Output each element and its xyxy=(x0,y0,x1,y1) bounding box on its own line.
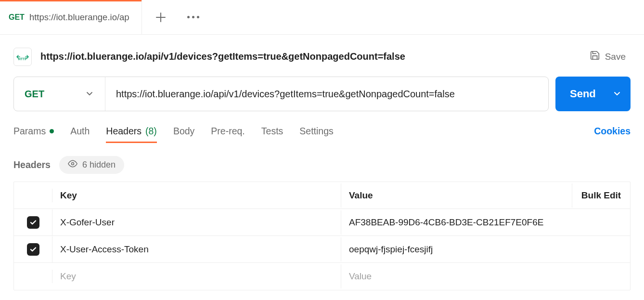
save-button[interactable]: Save xyxy=(585,47,631,66)
chevron-down-icon xyxy=(86,90,93,99)
method-label: GET xyxy=(25,89,44,100)
send-button[interactable]: Send xyxy=(555,77,631,111)
url-row: GET Send xyxy=(0,77,644,111)
new-tab-icon[interactable] xyxy=(155,12,166,23)
tab-body[interactable]: Body xyxy=(173,126,194,143)
row-value-placeholder[interactable]: Value xyxy=(341,264,572,288)
row-value[interactable]: AF38BEAB-99D6-4CB6-BD3E-CB21EF7E0F6E xyxy=(341,210,572,235)
request-title-row: HTTP https://iot.bluerange.io/api/v1/dev… xyxy=(0,35,644,77)
tab-settings[interactable]: Settings xyxy=(299,126,333,143)
tab-method: GET xyxy=(9,13,25,22)
request-title[interactable]: https://iot.bluerange.io/api/v1/devices?… xyxy=(40,51,585,62)
tab-title: https://iot.bluerange.io/ap xyxy=(29,12,133,23)
tab-tests[interactable]: Tests xyxy=(261,126,283,143)
row-key[interactable]: X-Gofer-User xyxy=(52,210,341,235)
row-checkbox[interactable] xyxy=(27,216,39,229)
table-header-row: Key Value Bulk Edit xyxy=(14,182,630,209)
row-key[interactable]: X-User-Access-Token xyxy=(52,237,341,261)
col-key: Key xyxy=(52,183,341,208)
table-row: X-User-Access-Token oepqwj-fjspiej-fcesj… xyxy=(14,236,630,263)
tab-request[interactable]: GET https://iot.bluerange.io/ap xyxy=(0,0,142,35)
cookies-link[interactable]: Cookies xyxy=(594,126,631,143)
tab-overflow-icon[interactable] xyxy=(187,16,199,18)
headers-section-bar: Headers 6 hidden xyxy=(0,143,644,182)
request-subtabs: Params Auth Headers (8) Body Pre-req. Te… xyxy=(0,111,644,143)
url-box: GET xyxy=(13,77,549,111)
hidden-label: 6 hidden xyxy=(82,160,116,170)
tab-auth[interactable]: Auth xyxy=(70,126,90,143)
http-badge-icon: HTTP xyxy=(13,48,32,66)
table-row: X-Gofer-User AF38BEAB-99D6-4CB6-BD3E-CB2… xyxy=(14,209,630,236)
save-icon xyxy=(590,50,600,63)
chevron-down-icon[interactable] xyxy=(613,90,621,99)
row-key-placeholder[interactable]: Key xyxy=(52,264,341,288)
url-input[interactable] xyxy=(105,77,548,111)
hidden-headers-toggle[interactable]: 6 hidden xyxy=(59,156,124,174)
eye-icon xyxy=(68,159,77,171)
method-select[interactable]: GET xyxy=(14,77,105,111)
table-row-empty: Key Value xyxy=(14,263,630,290)
params-indicator-icon xyxy=(50,129,54,133)
col-checkbox xyxy=(14,189,52,202)
svg-text:HTTP: HTTP xyxy=(18,57,27,61)
tab-headers[interactable]: Headers (8) xyxy=(106,126,157,143)
tab-params[interactable]: Params xyxy=(13,126,54,143)
row-value[interactable]: oepqwj-fjspiej-fcesjifj xyxy=(341,237,572,261)
save-label: Save xyxy=(605,52,626,62)
headers-section-title: Headers xyxy=(13,159,51,170)
svg-point-1 xyxy=(71,163,74,165)
col-value: Value xyxy=(341,183,572,208)
send-label: Send xyxy=(570,88,596,100)
bulk-edit-button[interactable]: Bulk Edit xyxy=(572,183,630,208)
headers-table: Key Value Bulk Edit X-Gofer-User AF38BEA… xyxy=(13,182,631,290)
row-checkbox[interactable] xyxy=(27,243,39,256)
tab-bar: GET https://iot.bluerange.io/ap xyxy=(0,0,644,35)
tab-prereq[interactable]: Pre-req. xyxy=(211,126,245,143)
